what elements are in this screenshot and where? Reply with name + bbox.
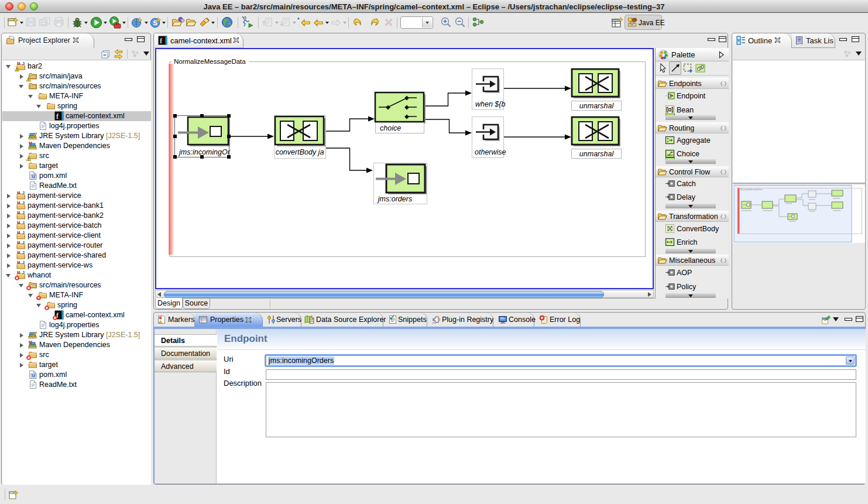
svg-text:choice: choice (380, 124, 401, 132)
svg-text:NormalizeMessageData: NormalizeMessageData (174, 58, 246, 65)
svg-text:otherwise: otherwise (475, 148, 506, 156)
svg-text:convertBody ja: convertBody ja (276, 148, 324, 156)
svg-text:*: * (297, 16, 300, 22)
svg-text:unmarshal: unmarshal (579, 102, 615, 110)
svg-text:jms:orders: jms:orders (377, 195, 412, 203)
svg-text:jms:incomingOr: jms:incomingOr (178, 148, 231, 156)
svg-text:when ${b: when ${b (475, 100, 505, 108)
svg-text:NormalizeMessageData: NormalizeMessageData (740, 188, 762, 191)
svg-text:unmarshal: unmarshal (579, 150, 615, 158)
